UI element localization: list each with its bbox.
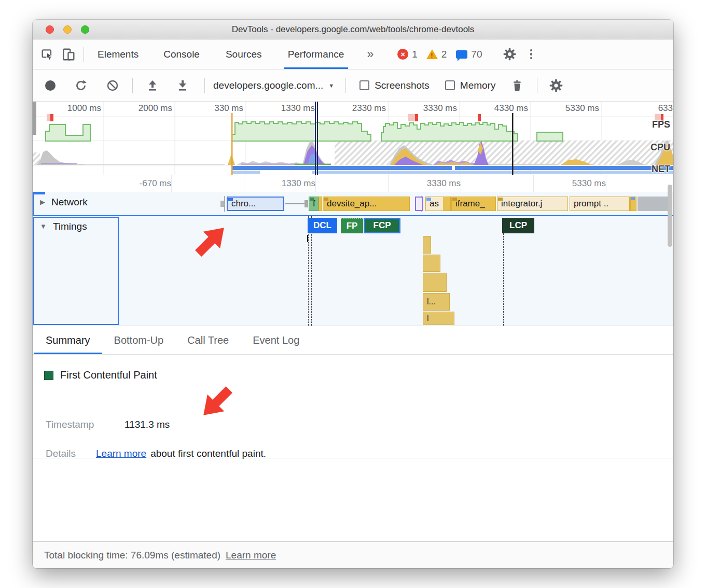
tab-event-log[interactable]: Event Log	[241, 326, 311, 354]
network-request-overflow[interactable]	[638, 197, 670, 211]
screenshots-label: Screenshots	[375, 80, 430, 91]
network-request[interactable]: iframe_	[451, 197, 496, 211]
minimize-window-button[interactable]	[63, 25, 72, 34]
flame-chart-item[interactable]: l	[423, 312, 454, 325]
tab-summary[interactable]: Summary	[34, 326, 102, 354]
clear-recording-icon[interactable]	[106, 79, 119, 92]
overview-time-label: 4330 ms	[461, 103, 528, 114]
divider	[132, 78, 133, 93]
trash-icon[interactable]	[511, 79, 523, 92]
overview-time-label: 633	[636, 103, 673, 114]
network-request[interactable]: chro...	[227, 197, 284, 211]
network-track-label: Network	[51, 197, 88, 208]
network-request[interactable]: devsite_ap...	[323, 197, 410, 211]
error-count: 1	[412, 49, 418, 60]
overview-time-label: 2000 ms	[105, 103, 172, 114]
timings-track-header[interactable]: ▼ Timings	[33, 216, 119, 326]
network-request[interactable]: prompt ..	[570, 197, 630, 211]
annotation-arrow-icon	[188, 218, 234, 263]
collapse-arrow-icon[interactable]: ▶	[40, 198, 45, 206]
cpu-track-label: CPU	[650, 142, 670, 153]
performance-toolbar: developers.google.com... ▼ Screenshots M…	[33, 69, 673, 102]
chevron-down-icon: ▼	[328, 82, 334, 89]
divider	[492, 47, 492, 62]
close-window-button[interactable]	[46, 25, 54, 34]
details-tabbar: Summary Bottom-Up Call Tree Event Log	[33, 326, 673, 355]
reload-and-record-icon[interactable]	[74, 79, 88, 92]
ruler-label: -670 ms	[109, 178, 171, 189]
flame-chart-item[interactable]	[423, 236, 431, 254]
total-blocking-time-text: Total blocking time: 76.09ms (estimated)	[44, 550, 220, 561]
fp-badge[interactable]: FP	[341, 218, 363, 233]
warning-count: 2	[441, 49, 447, 60]
summary-pane: First Contentful Paint Timestamp 1131.3 …	[33, 355, 673, 458]
devtools-window: DevTools - developers.google.com/web/too…	[33, 20, 673, 568]
titlebar: DevTools - developers.google.com/web/too…	[33, 20, 673, 39]
timeline-overview[interactable]: 1000 ms 2000 ms 330 ms 1330 ms 2330 ms 3…	[33, 102, 673, 175]
divider	[84, 47, 84, 62]
fcp-badge[interactable]: FCP	[364, 218, 400, 233]
timestamp-label: Timestamp	[46, 419, 124, 430]
vertical-scrollbar[interactable]	[668, 185, 672, 247]
tab-sources[interactable]: Sources	[225, 39, 263, 69]
tbt-learn-more-link[interactable]: Learn more	[226, 550, 276, 561]
record-button[interactable]	[45, 80, 56, 91]
timestamp-value: 1131.3 ms	[124, 419, 170, 430]
device-toolbar-icon[interactable]	[62, 48, 75, 61]
ruler-label: 3330 ms	[398, 178, 461, 189]
overview-time-label: 3330 ms	[390, 103, 457, 114]
status-bar: Total blocking time: 76.09ms (estimated)…	[33, 541, 673, 568]
tab-bottom-up[interactable]: Bottom-Up	[102, 326, 176, 354]
event-title: First Contentful Paint	[60, 369, 157, 381]
expand-arrow-icon[interactable]: ▼	[40, 222, 47, 230]
flame-chart-item[interactable]	[423, 255, 440, 272]
learn-more-link[interactable]: Learn more	[96, 448, 146, 459]
message-count: 70	[471, 49, 482, 60]
timings-track: ▼ Timings DCL FP FCP LCP l... l	[33, 215, 673, 326]
network-request[interactable]: as	[425, 197, 451, 211]
net-track-label: NET	[652, 164, 670, 175]
settings-gear-icon[interactable]	[503, 47, 517, 61]
more-tabs-icon[interactable]: »	[367, 47, 373, 61]
details-label: Details	[46, 448, 96, 459]
tab-performance[interactable]: Performance	[287, 39, 345, 69]
tab-call-tree[interactable]: Call Tree	[175, 326, 241, 354]
memory-checkbox[interactable]	[445, 80, 455, 90]
ruler-label: 1330 ms	[253, 178, 315, 189]
network-request[interactable]: f	[309, 197, 319, 211]
lcp-marker-line	[503, 233, 504, 326]
message-count-icon[interactable]	[456, 50, 467, 59]
annotation-arrow-icon	[193, 380, 239, 425]
flame-chart-item[interactable]	[423, 273, 447, 292]
load-profile-icon[interactable]	[146, 79, 159, 92]
menu-dots-icon[interactable]	[530, 49, 533, 60]
window-title: DevTools - developers.google.com/web/too…	[232, 24, 475, 35]
screenshots-checkbox[interactable]	[359, 80, 369, 90]
details-text: about first contentful paint.	[150, 448, 266, 459]
inspect-element-icon[interactable]	[41, 48, 54, 61]
fps-track-label: FPS	[652, 119, 670, 130]
divider	[204, 78, 205, 93]
tab-console[interactable]: Console	[162, 39, 201, 69]
divider	[345, 78, 346, 93]
lcp-badge[interactable]: LCP	[502, 218, 534, 233]
error-count-icon[interactable]: ×	[397, 49, 408, 60]
network-track-header[interactable]: ▶ Network	[33, 192, 119, 215]
overview-time-label: 2330 ms	[319, 103, 386, 114]
network-request[interactable]: integrator.j	[497, 197, 568, 211]
overview-time-label: 330 ms	[176, 103, 243, 114]
zoom-window-button[interactable]	[81, 25, 89, 34]
network-track: ▶ Network chro... f devsite_ap...	[33, 192, 673, 215]
tab-elements[interactable]: Elements	[96, 39, 140, 69]
capture-settings-gear-icon[interactable]	[549, 78, 563, 93]
save-profile-icon[interactable]	[176, 79, 189, 92]
history-select[interactable]: developers.google.com... ▼	[213, 80, 334, 91]
empty-area	[33, 458, 673, 541]
devtools-tabbar: Elements Console Sources Performance » ×…	[33, 39, 673, 69]
flame-chart-item[interactable]: l...	[423, 293, 450, 311]
overview-time-label: 1000 ms	[34, 103, 101, 114]
warning-count-icon[interactable]: !	[426, 49, 438, 59]
dcl-badge[interactable]: DCL	[308, 218, 337, 233]
flame-chart[interactable]: -670 ms 1330 ms 3330 ms 5330 ms ▶ Networ…	[33, 175, 673, 326]
ruler-label: 5330 ms	[544, 178, 606, 189]
